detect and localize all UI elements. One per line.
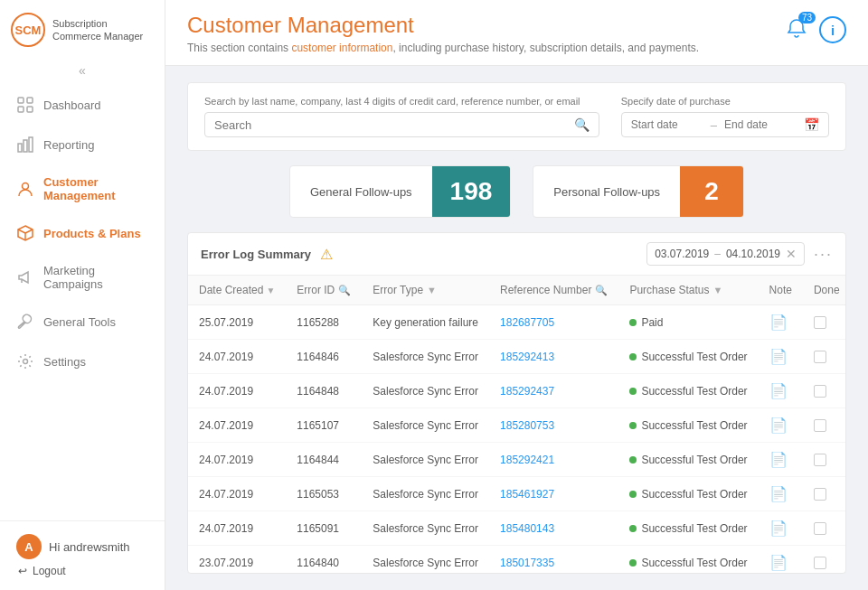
ref-filter-icon[interactable]: 🔍: [595, 285, 608, 296]
logout-button[interactable]: ↩ Logout: [16, 565, 148, 577]
cell-note: 📄: [759, 374, 803, 408]
sidebar-item-marketing[interactable]: Marketing Campaigns: [0, 253, 165, 302]
cell-note: 📄: [759, 477, 803, 511]
cell-status: Successful Test Order: [618, 443, 758, 477]
cell-error-type: Salesforce Sync Error: [362, 546, 489, 575]
clear-filter-button[interactable]: ✕: [786, 247, 797, 261]
end-date-input[interactable]: [724, 118, 797, 131]
search-input[interactable]: [214, 118, 574, 132]
date-filter-to: 04.10.2019: [726, 248, 780, 260]
status-filter-icon[interactable]: ▼: [712, 285, 722, 295]
more-options-button[interactable]: ···: [814, 245, 833, 264]
search-label: Search by last name, company, last 4 dig…: [204, 96, 599, 107]
error-type-filter-icon[interactable]: ▼: [427, 285, 437, 295]
cell-error-id: 1164840: [286, 546, 362, 575]
user-greeting: Hi andrewsmith: [49, 540, 130, 554]
cell-date: 24.07.2019: [188, 443, 286, 477]
done-checkbox[interactable]: [814, 522, 826, 535]
ref-link[interactable]: 185461927: [500, 488, 554, 501]
done-checkbox[interactable]: [814, 557, 826, 569]
ref-link[interactable]: 185292421: [500, 454, 554, 466]
note-icon[interactable]: 📄: [769, 383, 788, 398]
note-icon[interactable]: 📄: [769, 349, 788, 364]
date-range: – 📅: [621, 112, 829, 137]
sidebar-item-customer-management[interactable]: Customer Management: [0, 164, 165, 213]
cell-error-id: 1165053: [286, 477, 362, 511]
done-checkbox[interactable]: [814, 488, 826, 501]
note-icon[interactable]: 📄: [769, 555, 788, 570]
cell-date: 24.07.2019: [188, 511, 286, 546]
status-dot: [629, 319, 637, 326]
ref-link[interactable]: 185292413: [500, 351, 554, 363]
svg-rect-6: [29, 137, 33, 152]
note-icon[interactable]: 📄: [769, 486, 788, 501]
table-row: 24.07.2019 1164844 Salesforce Sync Error…: [188, 443, 846, 477]
date-label: Specify date of purchase: [621, 96, 829, 107]
general-followups-card[interactable]: General Follow-ups 198: [289, 165, 511, 218]
done-checkbox[interactable]: [814, 316, 826, 329]
cell-note: 📄: [759, 511, 803, 546]
search-group: Search by last name, company, last 4 dig…: [204, 96, 599, 137]
start-date-input[interactable]: [631, 118, 703, 131]
cell-status: Successful Test Order: [618, 374, 758, 408]
logo-circle: SCM: [11, 13, 45, 47]
note-icon[interactable]: 📄: [769, 314, 788, 330]
app-name: Subscription Commerce Manager: [52, 17, 143, 43]
cell-error-type: Key generation failure: [362, 305, 489, 340]
error-log: Error Log Summary ⚠ 03.07.2019 – 04.10.2…: [187, 232, 846, 574]
ref-link[interactable]: 185017335: [500, 557, 554, 569]
error-id-filter-icon[interactable]: 🔍: [338, 285, 351, 296]
cell-error-id: 1164848: [286, 374, 362, 408]
cell-error-type: Salesforce Sync Error: [362, 443, 489, 477]
sidebar-item-settings[interactable]: Settings: [0, 342, 165, 381]
ref-link[interactable]: 185480143: [500, 522, 554, 535]
note-icon[interactable]: 📄: [769, 520, 788, 536]
sidebar-item-dashboard[interactable]: Dashboard: [0, 85, 165, 125]
cell-note: 📄: [759, 443, 803, 477]
wrench-icon: [16, 313, 34, 331]
cell-ref-number: 185292413: [489, 340, 618, 374]
cell-done: [803, 443, 846, 477]
error-log-header: Error Log Summary ⚠ 03.07.2019 – 04.10.2…: [188, 233, 845, 276]
cell-date: 24.07.2019: [188, 408, 286, 443]
calendar-icon: 📅: [804, 117, 819, 132]
personal-followups-card[interactable]: Personal Follow-ups 2: [533, 165, 744, 218]
notification-button[interactable]: 73: [785, 17, 808, 43]
ref-link[interactable]: 182687705: [500, 316, 554, 329]
date-filter: 03.07.2019 – 04.10.2019 ✕: [646, 242, 805, 266]
done-checkbox[interactable]: [814, 419, 826, 432]
notification-badge: 73: [798, 12, 816, 23]
sidebar-item-general-tools[interactable]: General Tools: [0, 302, 165, 342]
done-checkbox[interactable]: [814, 351, 826, 363]
done-checkbox[interactable]: [814, 385, 826, 398]
gear-icon: [16, 352, 34, 370]
svg-rect-3: [27, 107, 33, 112]
svg-line-11: [25, 229, 33, 233]
svg-rect-0: [18, 98, 24, 103]
status-dot: [629, 491, 637, 498]
cell-error-type: Salesforce Sync Error: [362, 477, 489, 511]
collapse-button[interactable]: «: [0, 60, 165, 85]
cell-error-type: Salesforce Sync Error: [362, 340, 489, 374]
cell-note: 📄: [759, 408, 803, 443]
table-row: 24.07.2019 1164846 Salesforce Sync Error…: [188, 340, 846, 374]
info-button[interactable]: i: [819, 16, 846, 43]
sidebar-item-products-plans[interactable]: Products & Plans: [0, 213, 165, 253]
cell-ref-number: 185292421: [489, 443, 618, 477]
ref-link[interactable]: 185292437: [500, 385, 554, 398]
cell-note: 📄: [759, 546, 803, 575]
done-checkbox[interactable]: [814, 454, 826, 466]
sort-icon[interactable]: ▼: [266, 286, 275, 295]
col-error-type: Error Type ▼: [362, 276, 489, 305]
note-icon[interactable]: 📄: [769, 417, 788, 433]
note-icon[interactable]: 📄: [769, 452, 788, 467]
ref-link[interactable]: 185280753: [500, 419, 554, 432]
col-error-id: Error ID 🔍: [286, 276, 362, 305]
table-row: 23.07.2019 1164840 Salesforce Sync Error…: [188, 546, 846, 575]
main-header: Customer Management This section contain…: [165, 0, 868, 66]
grid-icon: [16, 96, 34, 114]
cell-ref-number: 182687705: [489, 305, 618, 340]
sidebar-item-reporting[interactable]: Reporting: [0, 125, 165, 164]
search-panel: Search by last name, company, last 4 dig…: [187, 82, 846, 151]
main-content: Customer Management This section contain…: [165, 0, 868, 590]
